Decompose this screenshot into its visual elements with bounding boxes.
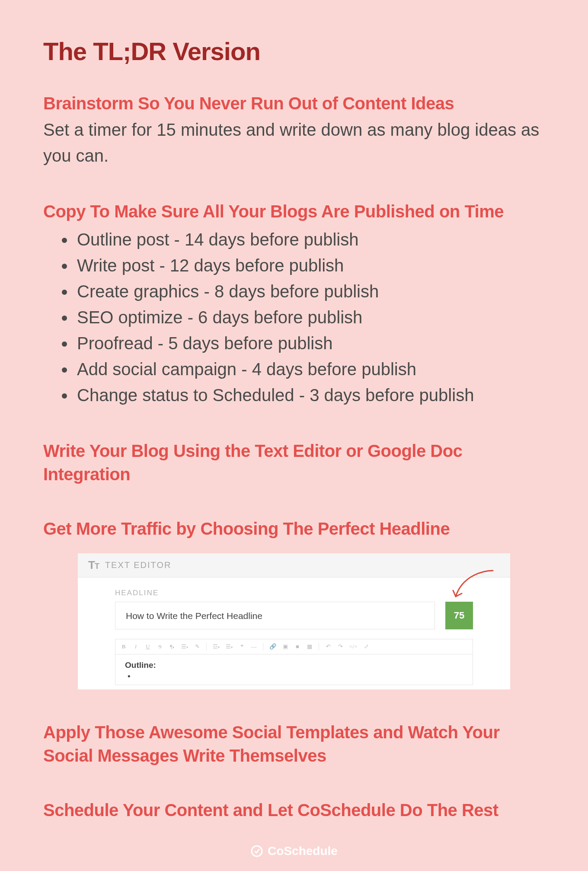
unordered-list-icon[interactable]: ☰▾	[226, 643, 233, 650]
task-list: Outline post - 14 days before publish Wr…	[43, 227, 545, 408]
editor-header: TT TEXT EDITOR	[78, 553, 510, 577]
footer-brand: CoSchedule	[0, 844, 588, 858]
list-item: Create graphics - 8 days before publish	[75, 278, 545, 304]
editor-body: HEADLINE How to Write the Perfect Headli…	[78, 577, 510, 689]
section-heading-brainstorm: Brainstorm So You Never Run Out of Conte…	[43, 92, 545, 115]
table-icon[interactable]: ▦	[307, 643, 313, 650]
page-title: The TL;DR Version	[43, 37, 545, 66]
hr-icon[interactable]: —	[251, 643, 257, 650]
list-item: Write post - 12 days before publish	[75, 252, 545, 278]
ordered-list-icon[interactable]: ☲▾	[213, 643, 220, 650]
bold-icon[interactable]: B	[121, 643, 127, 650]
document-page: The TL;DR Version Brainstorm So You Neve…	[0, 0, 588, 822]
svg-point-0	[252, 846, 262, 856]
list-item: Change status to Scheduled - 3 days befo…	[75, 382, 545, 408]
fullscreen-icon[interactable]: ⤢	[363, 643, 369, 650]
outline-label: Outline:	[125, 660, 463, 670]
text-size-icon: TT	[88, 558, 99, 572]
section-heading-traffic: Get More Traffic by Choosing The Perfect…	[43, 517, 545, 540]
list-item: SEO optimize - 6 days before publish	[75, 304, 545, 330]
section-heading-write: Write Your Blog Using the Text Editor or…	[43, 439, 545, 486]
toolbar-separator	[206, 643, 207, 651]
clear-format-icon[interactable]: ✎	[194, 643, 200, 650]
headline-row: How to Write the Perfect Headline 75	[115, 602, 473, 629]
align-icon[interactable]: ☰▾	[181, 643, 188, 650]
section-heading-schedule: Schedule Your Content and Let CoSchedule…	[43, 798, 545, 822]
headline-input[interactable]: How to Write the Perfect Headline	[115, 602, 435, 629]
section-heading-copy: Copy To Make Sure All Your Blogs Are Pub…	[43, 200, 545, 223]
rich-text-toolbar: B I U S ¶▾ ☰▾ ✎ ☲▾ ☰▾ ❝ — 🔗 ▣ ■ ▦ ↶ ↷	[115, 639, 473, 654]
redo-icon[interactable]: ↷	[337, 643, 343, 650]
section-heading-social: Apply Those Awesome Social Templates and…	[43, 721, 545, 767]
link-icon[interactable]: 🔗	[269, 643, 276, 650]
undo-icon[interactable]: ↶	[325, 643, 331, 650]
image-icon[interactable]: ▣	[282, 643, 288, 650]
editor-content-area[interactable]: Outline: •	[115, 654, 473, 685]
outline-bullet: •	[125, 672, 463, 681]
headline-field-label: HEADLINE	[115, 589, 473, 597]
toolbar-separator	[319, 643, 319, 651]
editor-panel-label: TEXT EDITOR	[105, 560, 172, 570]
italic-icon[interactable]: I	[133, 643, 139, 650]
coschedule-logo-icon	[250, 845, 263, 858]
code-icon[interactable]: </>	[349, 643, 357, 650]
list-item: Proofread - 5 days before publish	[75, 330, 545, 356]
paragraph-icon[interactable]: ¶▾	[169, 643, 175, 650]
section-body-brainstorm: Set a timer for 15 minutes and write dow…	[43, 117, 545, 169]
list-item: Outline post - 14 days before publish	[75, 227, 545, 252]
brand-name: CoSchedule	[268, 844, 338, 858]
text-editor-screenshot: TT TEXT EDITOR HEADLINE How to Write the…	[78, 553, 510, 689]
strikethrough-icon[interactable]: S	[157, 643, 163, 650]
quote-icon[interactable]: ❝	[239, 643, 245, 650]
video-icon[interactable]: ■	[294, 643, 300, 650]
headline-score-badge: 75	[445, 602, 473, 629]
underline-icon[interactable]: U	[145, 643, 151, 650]
list-item: Add social campaign - 4 days before publ…	[75, 356, 545, 382]
toolbar-separator	[263, 643, 263, 651]
